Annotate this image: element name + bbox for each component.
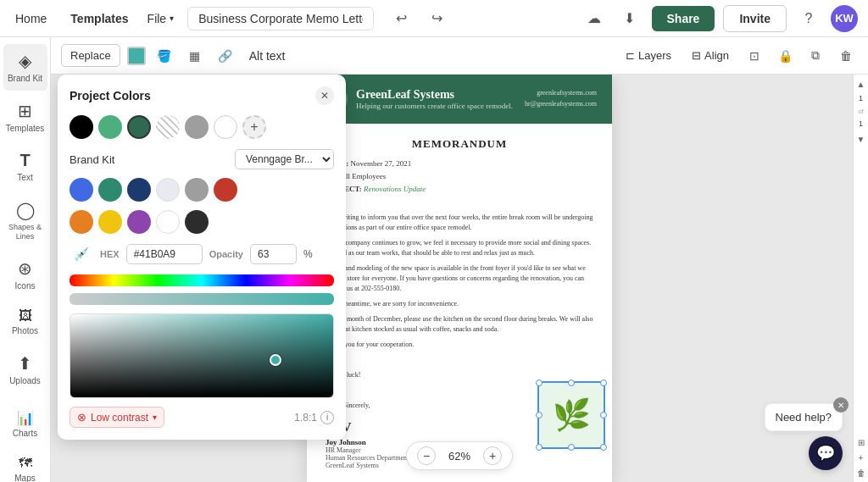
page-number-total: 1 bbox=[859, 119, 863, 130]
leaf-icon: 🌿 bbox=[553, 397, 591, 433]
popup-close-button[interactable]: ✕ bbox=[315, 86, 334, 105]
color-swatch-toolbar[interactable] bbox=[127, 47, 146, 65]
brand-swatch-gray[interactable] bbox=[185, 178, 209, 202]
align-icon: ⊟ bbox=[692, 49, 701, 62]
layers-icon: ⊏ bbox=[626, 49, 635, 62]
brand-swatch-light-gray[interactable] bbox=[156, 178, 180, 202]
color-transparency-slider[interactable] bbox=[70, 293, 334, 305]
add-swatch-button[interactable]: + bbox=[242, 115, 266, 139]
handle-br[interactable] bbox=[600, 444, 607, 451]
toolbar-icon-link[interactable]: 🔗 bbox=[214, 44, 237, 68]
brand-swatch-royal-blue[interactable] bbox=[70, 178, 93, 202]
contrast-ratio: 1.8:1 bbox=[294, 412, 317, 424]
color-spectrum-slider[interactable] bbox=[70, 274, 334, 286]
brand-swatch-yellow[interactable] bbox=[98, 210, 122, 234]
toolbar-icon-lock[interactable]: 🔒 bbox=[773, 44, 797, 68]
swatch-black[interactable] bbox=[70, 115, 93, 139]
sidebar-item-templates[interactable]: ⊞ Templates bbox=[3, 94, 47, 141]
nav-undo-redo: ↩ ↪ bbox=[387, 5, 450, 32]
invite-button[interactable]: Invite bbox=[723, 5, 787, 32]
undo-button[interactable]: ↩ bbox=[387, 5, 415, 32]
zoom-in-button[interactable]: + bbox=[483, 446, 502, 465]
doc-date: DATE: November 27, 2021 bbox=[326, 159, 593, 168]
selected-image-box[interactable]: 🌿 bbox=[537, 381, 605, 449]
project-swatches-row: + bbox=[70, 115, 334, 139]
sidebar-item-maps[interactable]: 🗺 Maps bbox=[3, 449, 47, 482]
toolbar-icon-paint[interactable]: 🪣 bbox=[153, 44, 176, 68]
contrast-ratio-area: 1.8:1 i bbox=[294, 411, 334, 424]
info-icon[interactable]: i bbox=[320, 411, 334, 424]
brand-kit-select[interactable]: Venngage Br... bbox=[235, 149, 334, 169]
sidebar-item-icons[interactable]: ⊛ Icons bbox=[3, 252, 47, 298]
panel-tool-2[interactable]: + bbox=[855, 452, 867, 463]
doc-header: 🌿 GreenLeaf Systems Helping our customer… bbox=[307, 75, 612, 124]
sidebar-label-templates: Templates bbox=[6, 124, 45, 134]
sidebar-item-text[interactable]: T Text bbox=[3, 144, 47, 190]
nav-home[interactable]: Home bbox=[10, 8, 52, 29]
toolbar-icon-delete[interactable]: 🗑 bbox=[834, 44, 858, 68]
handle-tl[interactable] bbox=[536, 380, 542, 386]
redo-button[interactable]: ↪ bbox=[423, 5, 450, 32]
sidebar-item-photos[interactable]: 🖼 Photos bbox=[3, 302, 47, 343]
swatch-pattern[interactable] bbox=[156, 115, 180, 139]
hex-opacity-row: 💉 HEX Opacity % bbox=[70, 242, 334, 266]
color-gradient-box[interactable] bbox=[70, 313, 334, 398]
toolbar-icon-duplicate[interactable]: ⧉ bbox=[804, 44, 827, 68]
handle-t[interactable] bbox=[568, 380, 575, 386]
color-picker-popup: Project Colors ✕ + Brand Kit Venngage Br… bbox=[58, 75, 346, 440]
brand-swatch-dark[interactable] bbox=[185, 210, 209, 234]
download-button[interactable]: ⬇ bbox=[616, 5, 643, 32]
zoom-out-button[interactable]: − bbox=[417, 446, 436, 465]
brand-swatch-red[interactable] bbox=[214, 178, 237, 202]
brand-swatch-orange[interactable] bbox=[70, 210, 93, 234]
toolbar-icon-border[interactable]: ▦ bbox=[183, 44, 207, 68]
alt-text-label[interactable]: Alt text bbox=[244, 46, 291, 66]
handle-tr[interactable] bbox=[600, 380, 607, 386]
need-help-close-button[interactable]: ✕ bbox=[833, 397, 849, 413]
swatch-green-light[interactable] bbox=[98, 115, 122, 139]
gradient-handle[interactable] bbox=[270, 354, 281, 366]
eyedropper-button[interactable]: 💉 bbox=[70, 242, 93, 266]
doc-title-input[interactable] bbox=[187, 7, 374, 30]
handle-b[interactable] bbox=[568, 444, 575, 451]
hex-input[interactable] bbox=[126, 244, 203, 264]
doc-company-info: GreenLeaf Systems Helping our customers … bbox=[356, 88, 513, 110]
doc-para5: For the month of December, please use th… bbox=[326, 314, 593, 335]
handle-bl[interactable] bbox=[536, 444, 542, 451]
doc-para3: A map and modeling of the new space is a… bbox=[326, 263, 593, 294]
swatch-green-dark[interactable] bbox=[127, 115, 151, 139]
templates-icon: ⊞ bbox=[18, 101, 32, 121]
opacity-input[interactable] bbox=[250, 244, 297, 264]
replace-button[interactable]: Replace bbox=[61, 44, 120, 67]
nav-file-menu[interactable]: File ▾ bbox=[147, 12, 175, 25]
scroll-up-button[interactable]: ▲ bbox=[855, 78, 867, 90]
handle-r[interactable] bbox=[600, 412, 607, 418]
align-button[interactable]: ⊟ Align bbox=[685, 46, 736, 65]
left-sidebar: ◈ Brand Kit ⊞ Templates T Text ◯ Shapes … bbox=[0, 37, 51, 482]
swatch-white[interactable] bbox=[214, 115, 237, 139]
chat-bubble-button[interactable]: 💬 bbox=[809, 436, 843, 470]
share-button[interactable]: Share bbox=[652, 6, 715, 31]
panel-tool-1[interactable]: ⊞ bbox=[855, 436, 867, 448]
right-scrollbar: ▲ 1 of 1 ▼ ⊞ + 🗑 bbox=[853, 75, 868, 482]
help-button[interactable]: ? bbox=[795, 5, 822, 32]
swatch-gray[interactable] bbox=[185, 115, 209, 139]
doc-company-name: GreenLeaf Systems bbox=[356, 88, 513, 102]
sidebar-item-brand-kit[interactable]: ◈ Brand Kit bbox=[3, 44, 47, 91]
brand-swatch-teal[interactable] bbox=[98, 178, 122, 202]
sidebar-item-charts[interactable]: 📊 Charts bbox=[3, 403, 47, 446]
brand-swatch-white[interactable] bbox=[156, 210, 180, 234]
sidebar-item-shapes[interactable]: ◯ Shapes &Lines bbox=[3, 193, 47, 248]
avatar[interactable]: KW bbox=[831, 5, 858, 32]
panel-tool-3[interactable]: 🗑 bbox=[855, 467, 867, 479]
cloud-button[interactable]: ☁ bbox=[581, 5, 608, 32]
nav-templates[interactable]: Templates bbox=[65, 8, 133, 29]
handle-l[interactable] bbox=[536, 412, 542, 418]
layers-button[interactable]: ⊏ Layers bbox=[619, 46, 678, 65]
brand-swatch-purple[interactable] bbox=[127, 210, 151, 234]
brand-swatch-navy[interactable] bbox=[127, 178, 151, 202]
sidebar-item-uploads[interactable]: ⬆ Uploads bbox=[3, 346, 47, 393]
toolbar-icon-resize[interactable]: ⊡ bbox=[743, 44, 766, 68]
scroll-down-button[interactable]: ▼ bbox=[855, 133, 867, 145]
low-contrast-badge[interactable]: ⊗ Low contrast ▾ bbox=[70, 407, 164, 428]
